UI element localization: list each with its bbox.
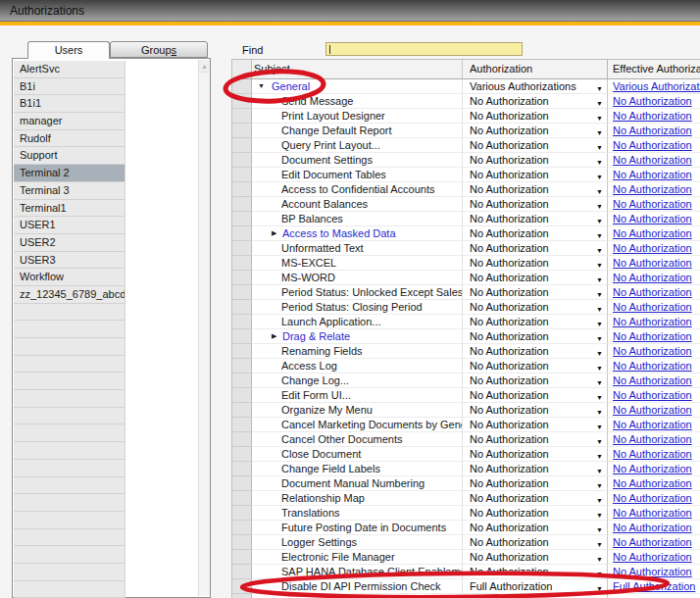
authorization-dropdown[interactable]: No Authorization ▼ <box>463 521 608 535</box>
subject-cell[interactable]: Disable DI API Permission Check <box>252 579 463 594</box>
user-list-empty-row[interactable] <box>14 390 125 408</box>
subject-cell[interactable]: Translations <box>252 506 463 521</box>
user-list-empty-row[interactable] <box>14 408 125 425</box>
row-selector[interactable] <box>232 462 252 476</box>
user-list-item[interactable]: Terminal1 <box>14 200 125 218</box>
authorization-dropdown[interactable]: No Authorization ▼ <box>463 315 608 329</box>
effective-authorization-link[interactable]: No Authorization <box>613 448 692 460</box>
row-selector[interactable] <box>232 447 252 462</box>
user-list-empty-row[interactable] <box>14 338 125 356</box>
row-selector[interactable] <box>232 594 252 598</box>
authorization-dropdown[interactable]: No Authorization ▼ <box>463 256 608 271</box>
subject-cell[interactable]: Unformatted Text <box>252 241 463 256</box>
effective-authorization-link[interactable]: No Authorization <box>613 507 692 519</box>
authorization-dropdown[interactable]: No Authorization ▼ <box>463 388 608 403</box>
dropdown-arrow-icon[interactable]: ▼ <box>596 303 603 315</box>
authorization-dropdown[interactable]: No Authorization ▼ <box>463 374 608 388</box>
user-list-empty-row[interactable] <box>14 494 125 512</box>
subject-cell[interactable]: BP Balances <box>252 212 463 226</box>
subject-cell[interactable]: Access to Confidential Accounts <box>252 182 463 197</box>
window-title-bar[interactable]: Authorizations <box>0 0 700 22</box>
subject-cell[interactable]: Logger Settings <box>252 535 463 550</box>
dropdown-arrow-icon[interactable]: ▼ <box>596 171 603 182</box>
subject-cell[interactable] <box>252 594 463 598</box>
effective-authorization-link[interactable]: No Authorization <box>613 404 692 416</box>
dropdown-arrow-icon[interactable]: ▼ <box>596 509 603 521</box>
user-list-item[interactable]: USER2 <box>14 234 125 252</box>
subject-cell[interactable]: Query Print Layout... <box>252 138 463 153</box>
row-selector[interactable] <box>232 300 252 315</box>
effective-authorization-link[interactable]: No Authorization <box>613 360 692 372</box>
authorization-dropdown[interactable]: No Authorization ▼ <box>463 418 608 432</box>
dropdown-arrow-icon[interactable]: ▼ <box>596 215 603 226</box>
row-selector[interactable] <box>232 432 252 447</box>
users-list-scrollbar[interactable]: ▲ <box>198 60 210 596</box>
subject-cell[interactable]: Document Manual Numbering <box>252 476 463 491</box>
subject-cell[interactable]: Renaming Fields <box>252 344 463 359</box>
user-list-item[interactable]: Terminal 3 <box>14 182 125 200</box>
user-list-empty-row[interactable] <box>14 564 125 581</box>
authorization-dropdown[interactable]: No Authorization ▼ <box>463 94 608 109</box>
user-list-item[interactable]: USER1 <box>14 217 125 234</box>
subject-cell[interactable]: Future Posting Date in Documents <box>252 521 463 535</box>
authorization-dropdown[interactable]: No Authorization ▼ <box>463 344 608 359</box>
subject-cell[interactable]: Change Log... <box>252 374 463 388</box>
collapsed-triangle-icon[interactable]: ▶ <box>272 226 282 240</box>
dropdown-arrow-icon[interactable]: ▼ <box>596 479 603 491</box>
effective-authorization-link[interactable]: No Authorization <box>613 389 692 401</box>
row-selector[interactable] <box>232 94 252 109</box>
effective-authorization-link[interactable]: Full Authorization <box>613 580 695 592</box>
subject-cell[interactable]: Electronic File Manager <box>252 550 463 565</box>
dropdown-arrow-icon[interactable]: ▼ <box>596 347 603 359</box>
tab-groups[interactable]: Groups <box>110 41 208 58</box>
row-selector[interactable] <box>232 374 252 388</box>
row-selector[interactable] <box>232 124 252 138</box>
user-list-empty-row[interactable] <box>14 546 125 564</box>
authorization-dropdown[interactable]: No Authorization ▼ <box>463 182 608 197</box>
dropdown-arrow-icon[interactable]: ▼ <box>596 332 603 344</box>
authorization-dropdown[interactable]: No Authorization ▼ <box>463 359 608 374</box>
authorization-dropdown[interactable]: No Authorization ▼ <box>463 109 608 124</box>
dropdown-arrow-icon[interactable]: ▼ <box>596 259 603 271</box>
subject-cell[interactable]: Send Message <box>252 94 463 109</box>
effective-authorization-link[interactable]: Various Authorizations <box>613 80 700 92</box>
dropdown-arrow-icon[interactable]: ▼ <box>596 156 603 168</box>
authorization-dropdown[interactable]: No Authorization ▼ <box>463 535 608 550</box>
subject-cell[interactable]: Launch Application... <box>252 315 463 329</box>
authorization-dropdown[interactable]: No Authorization ▼ <box>463 226 608 241</box>
subject-cell[interactable]: ▶ Access to Masked Data <box>252 226 463 241</box>
subject-cell[interactable]: Period Status: Closing Period <box>252 300 463 315</box>
user-list-empty-row[interactable] <box>14 460 125 477</box>
dropdown-arrow-icon[interactable]: ▼ <box>596 126 603 138</box>
dropdown-arrow-icon[interactable]: ▼ <box>596 582 603 594</box>
effective-authorization-link[interactable]: No Authorization <box>613 95 692 107</box>
effective-authorization-link[interactable]: No Authorization <box>613 301 692 313</box>
effective-authorization-link[interactable]: No Authorization <box>613 286 692 298</box>
authorization-dropdown[interactable]: No Authorization ▼ <box>463 476 608 491</box>
effective-authorization-link[interactable]: No Authorization <box>613 463 692 474</box>
user-list-empty-row[interactable] <box>14 581 125 598</box>
effective-authorization-link[interactable]: No Authorization <box>613 227 692 239</box>
row-selector[interactable] <box>232 197 252 212</box>
effective-authorization-link[interactable]: No Authorization <box>613 125 692 136</box>
dropdown-arrow-icon[interactable]: ▼ <box>596 391 603 403</box>
effective-authorization-link[interactable]: No Authorization <box>613 169 692 180</box>
row-selector[interactable] <box>232 241 252 256</box>
authorization-dropdown[interactable]: No Authorization ▼ <box>463 124 608 138</box>
authorization-dropdown[interactable] <box>463 594 608 598</box>
authorization-dropdown[interactable]: No Authorization ▼ <box>463 403 608 418</box>
effective-authorization-link[interactable]: No Authorization <box>613 316 692 327</box>
authorization-dropdown[interactable]: No Authorization ▼ <box>463 212 608 226</box>
dropdown-arrow-icon[interactable]: ▼ <box>596 112 603 124</box>
subject-cell[interactable]: Period Status: Unlocked Except Sales <box>252 285 463 300</box>
dropdown-arrow-icon[interactable]: ▼ <box>596 141 603 153</box>
user-list-empty-row[interactable] <box>14 512 125 529</box>
subject-cell[interactable]: SAP HANA Database Client Enablement fo <box>252 565 463 579</box>
row-selector[interactable] <box>232 285 252 300</box>
effective-authorization-link[interactable]: No Authorization <box>613 330 692 342</box>
row-selector[interactable] <box>232 226 252 241</box>
row-selector[interactable] <box>232 315 252 329</box>
subject-cell[interactable]: Account Balances <box>252 197 463 212</box>
effective-authorization-link[interactable]: No Authorization <box>613 492 692 504</box>
subject-cell[interactable]: Document Settings <box>252 153 463 168</box>
